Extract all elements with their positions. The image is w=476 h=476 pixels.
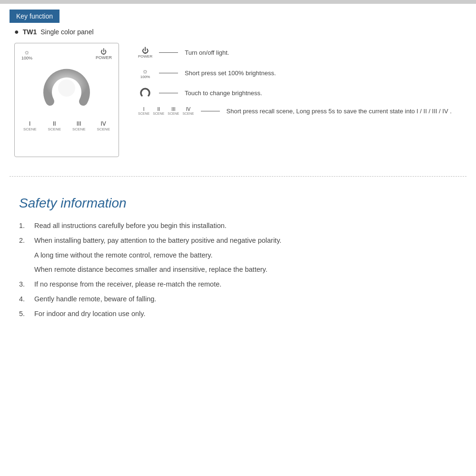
safety-item-5: 5. For indoor and dry location use only. bbox=[19, 308, 457, 319]
key-function-header: Key function bbox=[10, 10, 60, 23]
safety-text-2: When installing battery, pay attention t… bbox=[34, 235, 281, 246]
section-divider bbox=[10, 176, 466, 177]
safety-item-3: 3. If no response from the receiver, ple… bbox=[19, 279, 457, 290]
scene-IV: IV SCENE bbox=[97, 120, 110, 131]
safety-text-3: If no response from the receiver, please… bbox=[34, 279, 221, 290]
desc-line-3 bbox=[159, 93, 178, 93]
desc-line-2 bbox=[159, 73, 178, 73]
safety-list: 1. Read all instructions carefully befor… bbox=[19, 220, 457, 246]
desc-line-1 bbox=[159, 52, 178, 53]
tw1-label-row: ● TW1 Single color panel bbox=[14, 28, 462, 36]
safety-sub-text-2b: When remote distance becomes smaller and… bbox=[34, 264, 457, 275]
scene-icons-desc: I SCENE II SCENE III SCENE IV SCENE bbox=[138, 107, 194, 115]
sun-icon: ☼ bbox=[24, 48, 30, 56]
panel-scene-row: I SCENE II SCENE III SCENE IV SCENE bbox=[21, 120, 112, 131]
safety-text-5: For indoor and dry location use only. bbox=[34, 308, 145, 319]
brightness-icon-group: ☼ 100% bbox=[21, 48, 32, 60]
power-label: POWER bbox=[96, 55, 112, 60]
tw1-id: TW1 bbox=[23, 28, 37, 36]
power-desc-icon: ⏻ POWER bbox=[138, 47, 152, 59]
safety-item-1: 1. Read all instructions carefully befor… bbox=[19, 220, 457, 231]
power-desc-text: Turn on/off light. bbox=[185, 49, 229, 56]
knob bbox=[40, 63, 93, 116]
safety-item-2: 2. When installing battery, pay attentio… bbox=[19, 235, 457, 246]
power-symbol-icon: ⏻ bbox=[142, 47, 149, 54]
knob-mini-icon bbox=[140, 88, 150, 98]
safety-text-4: Gently handle remote, beware of falling. bbox=[34, 294, 156, 305]
scene-III: III SCENE bbox=[72, 120, 86, 131]
sun-desc-icon: ☼ bbox=[142, 67, 149, 75]
bullet: ● bbox=[14, 28, 19, 36]
brightness-desc-text: Short press set 100% brightness. bbox=[185, 69, 276, 77]
key-desc-power: ⏻ POWER Turn on/off light. bbox=[138, 47, 452, 59]
top-bar bbox=[0, 0, 476, 4]
scene-desc-text: Short press recall scene, Long press 5s … bbox=[227, 108, 452, 115]
key-desc-brightness: ☼ 100% Short press set 100% brightness. bbox=[138, 67, 452, 79]
touch-desc-icon bbox=[138, 88, 152, 98]
scene-I: I SCENE bbox=[23, 120, 37, 131]
key-desc-scenes: I SCENE II SCENE III SCENE IV SCENE bbox=[138, 107, 452, 115]
safety-item-4: 4. Gently handle remote, beware of falli… bbox=[19, 294, 457, 305]
tw1-desc: Single color panel bbox=[40, 28, 93, 36]
safety-title: Safety information bbox=[19, 196, 457, 211]
panel-top-row: ☼ 100% ⏻ POWER bbox=[21, 48, 112, 60]
svg-point-0 bbox=[58, 79, 75, 97]
key-function-label: Key function bbox=[16, 12, 53, 20]
key-desc-touch: Touch to change brightness. bbox=[138, 88, 452, 98]
desc-line-4 bbox=[201, 111, 220, 111]
power-icon-group: ⏻ POWER bbox=[96, 48, 112, 60]
scene-II: II SCENE bbox=[48, 120, 61, 131]
safety-sub-text-2a: A long time without the remote control, … bbox=[34, 250, 457, 261]
tw1-content: ☼ 100% ⏻ POWER bbox=[14, 43, 462, 157]
safety-list-cont: 3. If no response from the receiver, ple… bbox=[19, 279, 457, 320]
brightness-desc-icon: ☼ 100% bbox=[138, 67, 152, 79]
safety-text-1: Read all instructions carefully before y… bbox=[34, 220, 227, 231]
knob-container bbox=[21, 63, 112, 116]
panel-illustration: ☼ 100% ⏻ POWER bbox=[14, 43, 119, 157]
safety-section: Safety information 1. Read all instructi… bbox=[0, 186, 476, 337]
key-function-section: ● TW1 Single color panel ☼ 100% ⏻ POWER bbox=[0, 23, 476, 167]
key-descriptions: ⏻ POWER Turn on/off light. ☼ 100% Short … bbox=[138, 47, 452, 115]
power-icon: ⏻ bbox=[100, 48, 107, 55]
touch-desc-text: Touch to change brightness. bbox=[185, 89, 262, 97]
brightness-label: 100% bbox=[21, 56, 32, 60]
